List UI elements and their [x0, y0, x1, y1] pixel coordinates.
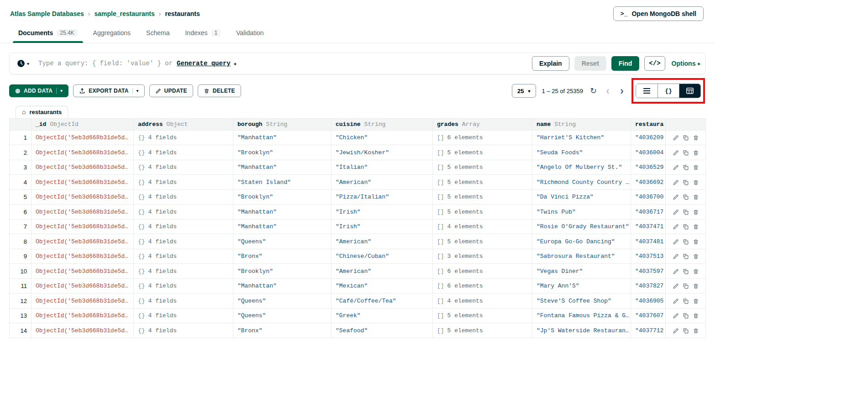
cell-address[interactable]: {}4 fields: [134, 323, 233, 338]
copy-document-button[interactable]: [681, 282, 691, 290]
edit-document-button[interactable]: [671, 282, 681, 290]
delete-document-button[interactable]: [691, 296, 701, 305]
cell-id[interactable]: ObjectId('5eb3d668b31de5d…: [32, 308, 134, 323]
cell-grades[interactable]: []6 elements: [433, 131, 532, 145]
cell-id[interactable]: ObjectId('5eb3d668b31de5d…: [32, 204, 134, 219]
cell-address[interactable]: {}4 fields: [134, 308, 233, 323]
tab-aggregations[interactable]: Aggregations: [87, 25, 137, 43]
delete-document-button[interactable]: [691, 326, 701, 335]
copy-document-button[interactable]: [681, 252, 691, 261]
edit-document-button[interactable]: [671, 296, 681, 305]
delete-document-button[interactable]: [691, 237, 701, 246]
cell-grades[interactable]: []5 elements: [433, 175, 532, 189]
cell-cuisine[interactable]: "Greek": [331, 308, 433, 323]
explain-button[interactable]: Explain: [532, 56, 569, 71]
cell-grades[interactable]: []5 elements: [433, 323, 532, 338]
delete-button[interactable]: DELETE: [198, 84, 241, 97]
cell-restaurant-id[interactable]: "4036529: [631, 160, 666, 174]
column-header-name[interactable]: nameString: [532, 119, 631, 131]
cell-cuisine[interactable]: "Irish": [331, 219, 433, 234]
cell-cuisine[interactable]: "Italian": [331, 160, 433, 174]
cell-id[interactable]: ObjectId('5eb3d668b31de5d…: [32, 249, 134, 263]
cell-cuisine[interactable]: "Irish": [331, 204, 433, 219]
next-page-button[interactable]: ›: [618, 84, 626, 97]
delete-document-button[interactable]: [691, 163, 701, 172]
prev-page-button[interactable]: ‹: [604, 84, 612, 97]
cell-borough[interactable]: "Manhattan": [233, 160, 331, 174]
cell-cuisine[interactable]: "American": [331, 175, 433, 189]
edit-document-button[interactable]: [671, 163, 681, 172]
edit-document-button[interactable]: [671, 207, 681, 216]
cell-id[interactable]: ObjectId('5eb3d668b31de5d…: [32, 145, 134, 160]
copy-document-button[interactable]: [681, 193, 691, 201]
edit-document-button[interactable]: [671, 133, 681, 142]
breadcrumb-sample-restaurants[interactable]: sample_restaurants: [95, 10, 155, 17]
edit-document-button[interactable]: [671, 267, 681, 275]
cell-borough[interactable]: "Bronx": [233, 323, 331, 338]
delete-document-button[interactable]: [691, 267, 701, 275]
delete-document-button[interactable]: [691, 193, 701, 201]
find-button[interactable]: Find: [611, 56, 640, 71]
cell-borough[interactable]: "Bronx": [233, 249, 331, 263]
column-header-restaura[interactable]: restaura: [631, 119, 666, 131]
tab-validation[interactable]: Validation: [230, 25, 270, 43]
cell-address[interactable]: {}4 fields: [134, 189, 233, 204]
cell-borough[interactable]: "Brooklyn": [233, 145, 331, 160]
delete-document-button[interactable]: [691, 207, 701, 216]
edit-document-button[interactable]: [671, 178, 681, 186]
query-input[interactable]: Type a query: { field: 'value' } or Gene…: [38, 60, 526, 68]
cell-borough[interactable]: "Manhattan": [233, 219, 331, 234]
delete-document-button[interactable]: [691, 282, 701, 290]
column-header-borough[interactable]: boroughString: [233, 119, 331, 131]
cell-address[interactable]: {}4 fields: [134, 249, 233, 263]
copy-document-button[interactable]: [681, 267, 691, 275]
copy-document-button[interactable]: [681, 163, 691, 172]
cell-borough[interactable]: "Queens": [233, 293, 331, 308]
cell-address[interactable]: {}4 fields: [134, 204, 233, 219]
cell-id[interactable]: ObjectId('5eb3d668b31de5d…: [32, 323, 134, 338]
copy-document-button[interactable]: [681, 133, 691, 142]
column-header-address[interactable]: addressObject: [134, 119, 233, 131]
cell-name[interactable]: "Richmond County Country …: [532, 175, 631, 189]
cell-id[interactable]: ObjectId('5eb3d668b31de5d…: [32, 189, 134, 204]
cell-cuisine[interactable]: "Jewish/Kosher": [331, 145, 433, 160]
cell-restaurant-id[interactable]: "4036700: [631, 189, 666, 204]
cell-id[interactable]: ObjectId('5eb3d668b31de5d…: [32, 278, 134, 293]
delete-document-button[interactable]: [691, 252, 701, 261]
delete-document-button[interactable]: [691, 311, 701, 320]
cell-grades[interactable]: []5 elements: [433, 160, 532, 174]
column-header-cuisine[interactable]: cuisineString: [331, 119, 433, 131]
json-view-button[interactable]: {}: [658, 84, 679, 98]
copy-document-button[interactable]: [681, 148, 691, 157]
cell-name[interactable]: "Sabrosura Restaurant": [532, 249, 631, 263]
cell-id[interactable]: ObjectId('5eb3d668b31de5d…: [32, 219, 134, 234]
cell-name[interactable]: "Rosie O'Grady Restaurant": [532, 219, 631, 234]
query-history-button[interactable]: ▾: [14, 58, 32, 69]
cell-restaurant-id[interactable]: "4037471: [631, 219, 666, 234]
edit-document-button[interactable]: [671, 237, 681, 246]
list-view-button[interactable]: [636, 84, 658, 98]
tab-documents[interactable]: Documents 25.4K: [12, 25, 84, 43]
cell-cuisine[interactable]: "Chinese/Cuban": [331, 249, 433, 263]
copy-document-button[interactable]: [681, 222, 691, 231]
cell-cuisine[interactable]: "Pizza/Italian": [331, 189, 433, 204]
cell-cuisine[interactable]: "Café/Coffee/Tea": [331, 293, 433, 308]
copy-document-button[interactable]: [681, 178, 691, 186]
cell-grades[interactable]: []5 elements: [433, 204, 532, 219]
collection-tab-restaurants[interactable]: ⌂ restaurants: [16, 106, 68, 118]
cell-address[interactable]: {}4 fields: [134, 175, 233, 189]
cell-cuisine[interactable]: "Chicken": [331, 131, 433, 145]
cell-grades[interactable]: []4 elements: [433, 219, 532, 234]
cell-restaurant-id[interactable]: "4037607: [631, 308, 666, 323]
tab-indexes[interactable]: Indexes 1: [179, 25, 227, 43]
open-mongodb-shell-button[interactable]: >_ Open MongoDB shell: [613, 6, 704, 21]
cell-restaurant-id[interactable]: "4036692: [631, 175, 666, 189]
cell-borough[interactable]: "Manhattan": [233, 131, 331, 145]
cell-address[interactable]: {}4 fields: [134, 278, 233, 293]
cell-name[interactable]: "Vegas Diner": [532, 264, 631, 278]
edit-document-button[interactable]: [671, 193, 681, 201]
copy-document-button[interactable]: [681, 237, 691, 246]
cell-name[interactable]: "Angelo Of Mulberry St.": [532, 160, 631, 174]
cell-name[interactable]: "Fontana Famous Pizza & G…: [532, 308, 631, 323]
copy-document-button[interactable]: [681, 207, 691, 216]
